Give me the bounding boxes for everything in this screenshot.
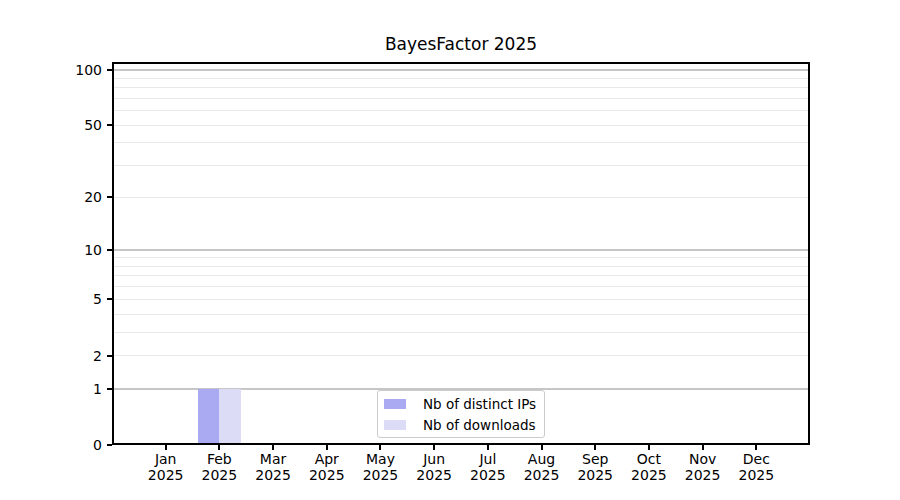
y-tick-mark	[107, 298, 112, 300]
bar-distinct-ips	[198, 389, 219, 443]
y-tick-mark	[107, 196, 112, 198]
legend-label-downloads: Nb of downloads	[423, 417, 536, 433]
y-tick-label: 10	[20, 241, 102, 259]
x-tick-mark	[541, 445, 543, 450]
x-tick-mark	[702, 445, 704, 450]
y-tick-label: 50	[20, 116, 102, 134]
legend: Nb of distinct IPs Nb of downloads	[377, 390, 545, 438]
y-tick-mark	[107, 388, 112, 390]
y-tick-label: 0	[20, 436, 102, 454]
x-tick-label: Dec 2025	[716, 451, 796, 483]
x-tick-mark	[433, 445, 435, 450]
x-tick-mark	[755, 445, 757, 450]
x-tick-mark	[594, 445, 596, 450]
x-tick-mark	[379, 445, 381, 450]
y-tick-label: 20	[20, 188, 102, 206]
y-tick-mark	[107, 124, 112, 126]
x-tick-mark	[165, 445, 167, 450]
y-tick-mark	[107, 355, 112, 357]
y-tick-label: 100	[20, 61, 102, 79]
y-tick-mark	[107, 249, 112, 251]
y-tick-mark	[107, 444, 112, 446]
chart-title: BayesFactor 2025	[112, 34, 810, 54]
legend-swatch-distinct-ips-icon	[384, 399, 406, 409]
legend-item-distinct-ips: Nb of distinct IPs	[384, 395, 544, 413]
x-tick-mark	[272, 445, 274, 450]
bar-downloads	[219, 389, 240, 443]
legend-label-distinct-ips: Nb of distinct IPs	[423, 396, 536, 412]
legend-swatch-downloads-icon	[384, 420, 406, 430]
y-tick-label: 1	[20, 380, 102, 398]
y-tick-label: 2	[20, 347, 102, 365]
x-tick-mark	[487, 445, 489, 450]
y-tick-label: 5	[20, 290, 102, 308]
x-tick-mark	[326, 445, 328, 450]
x-tick-mark	[218, 445, 220, 450]
plot-area	[112, 62, 810, 445]
legend-item-downloads: Nb of downloads	[384, 416, 544, 434]
y-tick-mark	[107, 69, 112, 71]
x-tick-mark	[648, 445, 650, 450]
chart-figure: BayesFactor 2025 0125102050100Jan 2025Fe…	[0, 0, 900, 500]
